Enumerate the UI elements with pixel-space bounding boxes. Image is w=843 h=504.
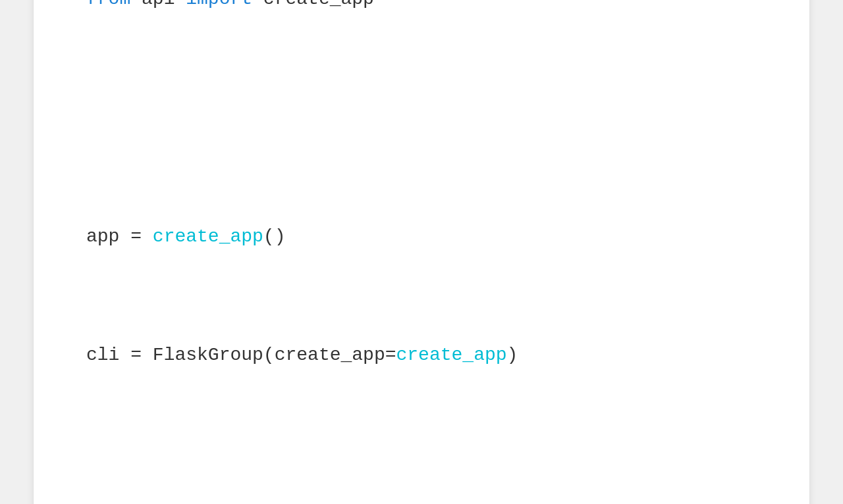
param-create-app: create_app xyxy=(275,345,385,365)
operator-eq-3: = xyxy=(385,345,396,365)
code-line-5: app = create_app() xyxy=(86,222,757,252)
code-block: from dotenv import load_dotenv load_dote… xyxy=(86,0,757,504)
blank-line-1 xyxy=(86,103,757,133)
class-flaskgroup: FlaskGroup xyxy=(153,345,263,365)
func-create-app-ref: create_app xyxy=(396,345,507,365)
func-create-app-call: create_app xyxy=(153,226,263,247)
keyword-import-3: import xyxy=(186,0,252,9)
code-line-4: from api import create_app xyxy=(86,0,757,14)
operator-eq-2: = xyxy=(130,345,153,365)
code-container: from dotenv import load_dotenv load_dote… xyxy=(33,0,810,504)
var-cli: cli xyxy=(86,345,130,365)
code-line-6: cli = FlaskGroup(create_app=create_app) xyxy=(86,340,757,370)
keyword-from-3: from xyxy=(86,0,130,9)
close-paren: ) xyxy=(507,345,518,365)
var-app: app xyxy=(86,226,130,247)
module-create-app: create_app xyxy=(252,0,374,9)
parens-2: () xyxy=(263,226,286,247)
operator-eq-1: = xyxy=(130,226,153,247)
open-paren: ( xyxy=(263,345,275,365)
blank-line-2 xyxy=(86,459,757,490)
module-api: api xyxy=(130,0,186,9)
